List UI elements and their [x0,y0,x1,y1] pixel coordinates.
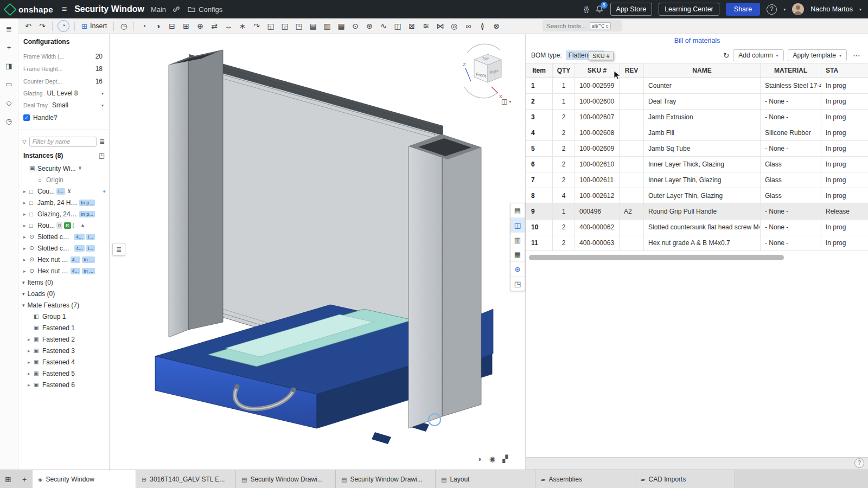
app-store-button[interactable]: App Store [610,3,653,16]
notifications-bell-icon[interactable]: 8 [595,5,604,14]
list-item[interactable]: ▸ □ Cou... I... ⊻ ▲ ● [18,185,109,197]
analysis-icon[interactable]: ⊗ [489,19,503,33]
model-tree-panel-icon[interactable]: ▤ [510,203,525,218]
table-row[interactable]: 6 2 100-002610 Inner Layer Thick, Glazin… [526,157,868,172]
column-header-rev[interactable]: REV [620,63,644,78]
bom-sync-icon[interactable]: ↻ [723,52,729,60]
document-tab[interactable]: ⊞ 3016T140_GALV STL E... [136,470,236,488]
configs-breadcrumb[interactable]: Configs [188,5,222,14]
appearance-globe-icon[interactable]: ◉ [489,455,495,463]
bom-table-icon[interactable]: ▥ [320,19,334,33]
document-tab[interactable]: ◈ Security Window [33,470,136,488]
list-item[interactable]: ▸ ⊙ Hex nut gr... 4...In ... ▲ ● [18,265,109,277]
column-header-item[interactable]: Item [526,63,553,78]
document-tab[interactable]: ▤ Security Window Drawi... [236,470,336,488]
chevron-right-icon[interactable]: ▸ [28,371,34,376]
config-select-row[interactable]: Deal Tray Small ▾ [18,99,109,111]
mate-feature-row[interactable]: ▸ ▣ Fastened 3 [18,345,109,356]
search-tools-box[interactable]: Search tools... alt/⌥ c [542,20,622,31]
rollback-icon[interactable]: ◔ [58,20,69,32]
chevron-right-icon[interactable]: ▸ [23,200,29,206]
horizontal-scrollbar[interactable] [529,255,865,260]
chevron-right-icon[interactable]: ▸ [23,257,29,262]
document-tab[interactable]: ▰ CAD Imports [635,470,735,488]
add-column-button[interactable]: Add column ▾ [733,49,783,61]
list-view-icon[interactable]: ≣ [99,138,105,145]
config-select-row[interactable]: Glazing UL Level 8 ▾ [18,87,109,99]
named-positions-icon[interactable]: ◱ [264,19,278,33]
user-name[interactable]: Nacho Martos [810,5,853,13]
chevron-right-icon[interactable]: ▸ [23,211,29,217]
document-tab[interactable]: ▤ Layout [436,470,535,488]
restructure-icon[interactable]: ⊻ [78,165,82,171]
table-row[interactable]: 7 2 100-002611 Inner Layer Thin, Glazing… [526,172,868,188]
comment-icon[interactable]: ▭ [3,78,15,90]
scrollbar-thumb[interactable] [529,255,784,260]
appearance-icon[interactable]: ◨ [3,60,15,72]
belt-icon[interactable]: ⊛ [362,19,376,33]
list-item[interactable]: ▸ □ Rou... 0R(.. ▲ ● [18,220,109,231]
tree-section-row[interactable]: ▾ Loads (0) [18,288,109,299]
list-item[interactable]: ▸ ⊙ Hex nut gr... 4...In ... ▲ ● [18,254,109,265]
add-tab-button[interactable]: + [16,470,33,488]
fastener-icon[interactable]: ⋈ [433,19,447,33]
help-icon[interactable]: ? [767,4,777,15]
view-cube[interactable]: Top Front Right Z X [459,43,519,103]
share-button[interactable]: Share [726,3,760,16]
dev-api-icon[interactable]: {/} [584,5,588,13]
table-row[interactable]: 9 1 000496 A2 Round Grip Pull Handle - N… [526,204,868,220]
workspace-name[interactable]: Main [151,5,166,14]
circular-pattern-icon[interactable]: ⊕ [193,19,207,33]
tree-section-row[interactable]: ▾ Items (0) [18,277,109,288]
chevron-right-icon[interactable]: ▸ [28,382,34,388]
help-caret-icon[interactable]: ▾ [783,7,786,12]
column-header-material[interactable]: MATERIAL [761,63,821,78]
checkbox-checked-icon[interactable]: ✓ [23,114,30,121]
display-states-icon[interactable]: ◲ [278,19,292,33]
table-row[interactable]: 3 2 100-002607 Jamb Extrusion - None - I… [526,110,868,125]
column-header-status[interactable]: STA [821,63,868,78]
mate-icon[interactable]: ◔ [137,19,151,33]
snapshot-icon[interactable]: ∗ [235,19,250,33]
view-options-menu[interactable]: ◫ ▾ [501,98,511,105]
table-row[interactable]: 5 2 100-002609 Jamb Sq Tube - None - In … [526,141,868,157]
assembly-tree-icon[interactable]: ≣ [3,23,15,35]
list-item[interactable]: ▸ ○ Origin ▲ ● [18,174,109,185]
link-icon[interactable] [173,5,180,13]
section-tool-icon[interactable]: ▞ [502,455,508,463]
structure-icon[interactable]: ▦ [334,19,348,33]
spur-gear-icon[interactable]: ⊙ [348,19,362,33]
list-item[interactable]: ▸ ▣ Security Wi... ⊻ ▲ ● [18,163,109,174]
mate-feature-row[interactable]: ▸ ▣ Fastened 5 [18,368,109,379]
clip-icon[interactable]: ≬ [475,19,489,33]
param-value-field[interactable]: 16 [95,78,103,85]
transform-icon[interactable]: ↔ [221,19,235,33]
3d-viewport[interactable]: Top Front Right Z X ◫ ▾ ≣ ◗ ◉ ▞ [109,34,525,470]
document-title[interactable]: Security Window [74,4,144,14]
apply-template-button[interactable]: Apply template ▾ [788,49,847,61]
param-value-field[interactable]: 20 [95,53,103,60]
table-row[interactable]: 1 1 100-002599 Counter Stainless Steel 1… [526,78,868,94]
mate-feature-row[interactable]: ▸ ▣ Fastened 6 [18,379,109,390]
table-row[interactable]: 8 4 100-002612 Outer Layer Thin, Glazing… [526,188,868,204]
table-row[interactable]: 10 2 400-000062 Slotted countersunk flat… [526,220,868,235]
redo-icon[interactable]: ↷ [35,19,49,33]
restructure-icon[interactable]: ⊻ [67,188,71,194]
spring-icon[interactable]: ∿ [376,19,391,33]
mate-connector-icon[interactable]: ⊟ [165,19,179,33]
param-value-field[interactable]: 18 [95,65,103,73]
table-row[interactable]: 2 1 100-002600 Deal Tray - None - In pro… [526,94,868,110]
render-panel-icon[interactable]: ⊛ [510,262,525,277]
main-menu-icon[interactable]: ≡ [62,4,67,14]
chevron-right-icon[interactable]: ▸ [23,189,29,194]
move-icon[interactable]: + [3,41,15,53]
tab-manager-icon[interactable]: ⊞ [0,470,16,488]
measure-icon[interactable]: ◇ [3,97,15,108]
isolate-icon[interactable]: ◗ [478,455,482,463]
history-icon[interactable]: ◷ [3,115,15,127]
history-icon[interactable]: ◷ [117,19,131,33]
named-views-panel-icon[interactable]: ◳ [510,277,525,291]
mate-feature-row[interactable]: ▸ ▣ Fastened 4 [18,356,109,368]
learning-center-button[interactable]: Learning Center [659,3,719,16]
replicate-icon[interactable]: ⇄ [207,19,221,33]
